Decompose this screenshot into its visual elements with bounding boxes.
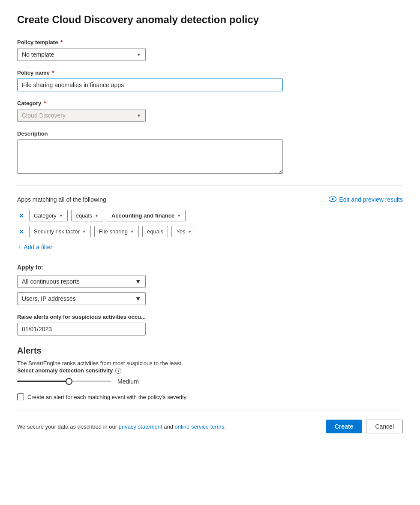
apply-to-dropdown-1[interactable]: All continuous reports ▼ [17,275,146,288]
online-service-terms-link[interactable]: online service terms [175,423,225,430]
create-button[interactable]: Create [326,420,362,433]
policy-name-input[interactable] [17,79,283,91]
footer-actions: Create Cancel [326,420,403,433]
slider-fill [17,381,69,382]
chevron-down-icon: ▼ [135,295,141,302]
alert-checkbox-label: Create an alert for each matching event … [27,394,186,400]
alert-checkbox[interactable] [17,393,24,400]
chevron-down-icon: ▼ [130,230,134,234]
filters-header: Apps matching all of the following Edit … [17,196,403,203]
page-title: Create Cloud Discovery anomaly detection… [17,13,403,26]
chevron-down-icon: ▼ [59,214,63,218]
alerts-title: Alerts [17,346,403,356]
slider-value-label: Medium [117,378,139,385]
apply-to-label: Apply to: [17,264,403,271]
apply-to-dropdown-2[interactable]: Users, IP addresses ▼ [17,292,146,305]
filter-security-equals: equals [142,226,168,237]
sensitivity-slider[interactable] [17,381,111,382]
category-dropdown: Cloud Discovery ▼ [17,109,146,122]
description-label: Description [17,130,403,137]
policy-template-dropdown[interactable]: No template ▼ [17,48,146,61]
add-filter-button[interactable]: + Add a filter [17,242,52,253]
chevron-down-icon: ▼ [95,214,99,218]
policy-template-label: Policy template * [17,39,403,45]
raise-alerts-group: Raise alerts only for suspicious activit… [17,314,403,336]
raise-alerts-label: Raise alerts only for suspicious activit… [17,314,403,320]
filters-section: Apps matching all of the following Edit … [17,196,403,253]
info-icon[interactable]: i [115,368,121,374]
footer-links: We secure your data as described in our … [17,423,226,430]
filter-row-1: ✕ Category ▼ equals ▼ Accounting and fin… [17,210,403,221]
filter-category-dropdown[interactable]: Category ▼ [29,210,68,221]
chevron-down-icon: ▼ [188,230,192,234]
cancel-button[interactable]: Cancel [366,420,403,433]
svg-point-1 [332,198,334,200]
chevron-down-icon: ▼ [137,52,141,57]
chevron-down-icon: ▼ [137,113,141,118]
chevron-down-icon: ▼ [135,278,141,285]
filter-security-subfield-dropdown[interactable]: File sharing ▼ [94,226,139,237]
filter-category-operator-dropdown[interactable]: equals ▼ [71,210,103,221]
eye-icon [329,196,336,203]
sensitivity-label: Select anomaly detection sensitivity i [17,367,403,374]
add-filter-label: Add a filter [24,244,52,251]
remove-filter-2-button[interactable]: ✕ [17,227,26,236]
edit-preview-label: Edit and preview results [339,196,403,203]
chevron-down-icon: ▼ [177,214,181,218]
divider [17,185,403,186]
description-group: Description [17,130,403,175]
sensitivity-slider-container: Medium [17,378,403,385]
category-label: Category * [17,100,403,106]
remove-filter-1-button[interactable]: ✕ [17,212,26,220]
chevron-down-icon: ▼ [82,230,86,234]
filters-title: Apps matching all of the following [17,196,106,203]
filter-row-2: ✕ Security risk factor ▼ File sharing ▼ … [17,226,403,237]
policy-name-group: Policy name * [17,70,403,91]
category-group: Category * Cloud Discovery ▼ [17,100,403,122]
slider-thumb[interactable] [66,378,72,385]
filter-security-value-dropdown[interactable]: Yes ▼ [171,226,196,237]
alerts-description: The SmartEngine ranks activities from mo… [17,360,403,366]
raise-alerts-date-input[interactable] [17,323,146,336]
footer-bar: We secure your data as described in our … [17,411,403,433]
checkbox-row: Create an alert for each matching event … [17,393,403,400]
policy-template-group: Policy template * No template ▼ [17,39,403,61]
description-input[interactable] [17,139,283,174]
edit-preview-button[interactable]: Edit and preview results [329,196,403,203]
filter-category-value-dropdown[interactable]: Accounting and finance ▼ [107,210,186,221]
apply-to-group: Apply to: All continuous reports ▼ Users… [17,264,403,305]
privacy-statement-link[interactable]: privacy statement [119,423,162,430]
policy-name-label: Policy name * [17,70,403,76]
alerts-section: Alerts The SmartEngine ranks activities … [17,346,403,400]
plus-icon: + [17,243,21,251]
filter-security-dropdown[interactable]: Security risk factor ▼ [29,226,91,237]
